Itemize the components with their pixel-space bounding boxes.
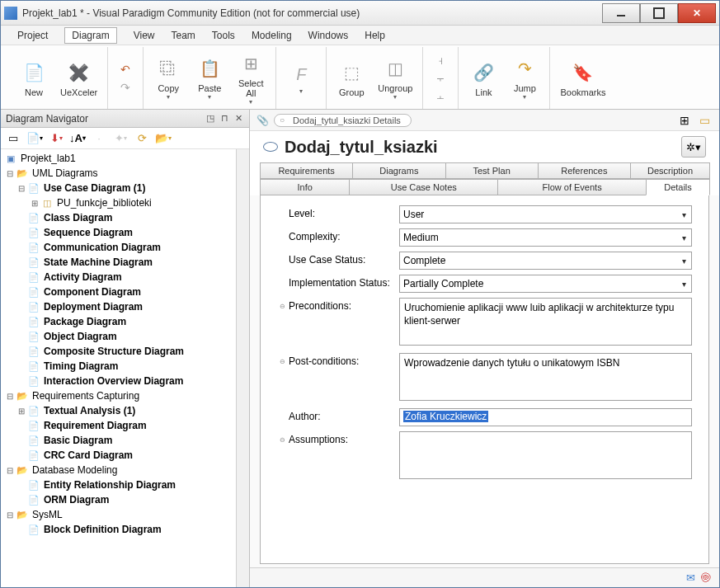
diagram-icon: 📄 — [27, 478, 40, 492]
tree-item[interactable]: 📄Requirement Diagram — [2, 418, 234, 433]
nav-btn-4[interactable]: ↓A▾ — [68, 129, 87, 148]
align-button-3[interactable]: ⫠ — [433, 89, 448, 104]
tree-item[interactable]: 📄Sequence Diagram — [2, 225, 234, 240]
tree-sysml[interactable]: ⊟📂SysML — [2, 507, 234, 522]
tree-item[interactable]: 📄Activity Diagram — [2, 270, 234, 285]
menu-modeling[interactable]: Modeling — [252, 30, 292, 41]
tree-item[interactable]: 📄Deployment Diagram — [2, 299, 234, 314]
menu-project[interactable]: Project — [17, 30, 48, 41]
tree[interactable]: ▣Projekt_lab1 ⊟📂UML Diagrams ⊟📄Use Case … — [1, 149, 236, 587]
ungroup-button[interactable]: ◫ Ungroup▾ — [374, 54, 416, 102]
tree-db[interactable]: ⊟📂Database Modeling — [2, 463, 234, 477]
tree-pu-funkcje[interactable]: ⊞◫PU_funkcje_biblioteki — [2, 195, 234, 210]
tree-item[interactable]: 📄Timing Diagram — [2, 359, 234, 374]
nav-btn-7[interactable]: 📂▾ — [154, 129, 172, 148]
tree-item[interactable]: 📄Package Diagram — [2, 314, 234, 329]
preconditions-input[interactable] — [399, 298, 692, 346]
tab-flowofevents[interactable]: Flow of Events — [497, 179, 647, 195]
nav-btn-2[interactable]: 📄▾ — [26, 129, 44, 148]
tree-item[interactable]: 📄Communication Diagram — [2, 240, 234, 255]
mail-icon[interactable]: ✉ — [686, 572, 695, 584]
menu-help[interactable]: Help — [365, 30, 385, 41]
tree-item[interactable]: 📄Basic Diagram — [2, 433, 234, 448]
folder-icon: 📂 — [16, 508, 29, 521]
folder-icon: 📂 — [16, 167, 29, 180]
tree-item[interactable]: 📄Block Definition Diagram — [2, 522, 234, 537]
nav-btn-3[interactable]: ⬇▾ — [47, 129, 65, 148]
assumptions-input[interactable] — [399, 431, 692, 479]
tree-scrollbar[interactable] — [236, 149, 249, 587]
tree-usecase[interactable]: ⊟📄Use Case Diagram (1) — [2, 181, 234, 195]
minimize-button[interactable] — [602, 3, 640, 23]
menu-windows[interactable]: Windows — [308, 30, 349, 41]
tree-textual[interactable]: ⊞📄Textual Analysis (1) — [2, 403, 234, 418]
tree-item[interactable]: 📄Class Diagram — [2, 210, 234, 225]
link-icon: 🔗 — [470, 59, 496, 86]
tree-item[interactable]: 📄State Machine Diagram — [2, 255, 234, 270]
status-select[interactable]: Complete — [399, 252, 692, 270]
panel-restore-icon[interactable]: ◳ — [205, 113, 216, 125]
breadcrumb[interactable]: Dodaj_tytul_ksiazki Details — [274, 114, 412, 127]
collapse-icon[interactable]: ⊖ — [277, 436, 287, 444]
tree-uml[interactable]: ⊟📂UML Diagrams — [2, 166, 234, 181]
format-button[interactable]: F ▾ — [283, 59, 319, 96]
diagram-icon: 📄 — [27, 523, 40, 536]
group-icon: ⬚ — [338, 59, 365, 86]
level-select[interactable]: User — [399, 205, 692, 223]
nav-btn-5[interactable]: ✦▾ — [111, 129, 129, 148]
align-button-2[interactable]: ⫟ — [433, 71, 448, 86]
bookmarks-button[interactable]: 🔖 Bookmarks — [557, 58, 609, 99]
menu-view[interactable]: View — [134, 30, 155, 41]
menu-diagram[interactable]: Diagram — [64, 27, 116, 44]
group-button[interactable]: ⬚ Group — [333, 58, 369, 99]
tab-diagrams[interactable]: Diagrams — [352, 162, 445, 179]
layout-icon-2[interactable]: ▭ — [696, 113, 713, 128]
level-label: Level: — [289, 208, 315, 219]
nav-btn-6[interactable]: ⟳ — [133, 129, 151, 148]
tree-req-cap[interactable]: ⊟📂Requirements Capturing — [2, 388, 234, 403]
tree-item[interactable]: 📄Entity Relationship Diagram — [2, 477, 234, 492]
new-button[interactable]: 📄 New — [16, 58, 52, 99]
tab-description[interactable]: Description — [630, 162, 710, 179]
redo-button[interactable]: ↷ — [118, 80, 133, 95]
select-all-button[interactable]: ⊞ Select All▾ — [233, 49, 269, 107]
tree-root[interactable]: ▣Projekt_lab1 — [2, 151, 234, 166]
tab-details[interactable]: Details — [646, 179, 710, 195]
tab-references[interactable]: References — [538, 162, 631, 179]
menu-team[interactable]: Team — [172, 30, 195, 41]
tree-item[interactable]: 📄CRC Card Diagram — [2, 448, 234, 463]
panel-pin-icon[interactable]: ⊓ — [219, 113, 230, 125]
maximize-button[interactable] — [640, 3, 678, 23]
link-button[interactable]: 🔗 Link — [465, 58, 501, 99]
collapse-icon[interactable]: ⊖ — [277, 358, 287, 365]
tab-testplan[interactable]: Test Plan — [445, 162, 539, 179]
paste-button[interactable]: 📋 Paste▾ — [191, 54, 228, 102]
diagram-icon: 📄 — [27, 404, 40, 417]
author-input[interactable]: Zofia Kruczkiewicz — [399, 408, 692, 426]
postconditions-input[interactable] — [399, 353, 692, 401]
tree-item[interactable]: 📄Component Diagram — [2, 285, 234, 299]
complexity-select[interactable]: Medium — [399, 228, 692, 247]
gear-button[interactable]: ✲▾ — [681, 136, 706, 158]
tab-requirements[interactable]: Requirements — [260, 162, 353, 179]
tree-item[interactable]: 📄Object Diagram — [2, 329, 234, 344]
alert-icon[interactable]: 🞋 — [700, 572, 711, 584]
jump-button[interactable]: ↷ Jump▾ — [506, 54, 543, 102]
layout-icon-1[interactable]: ⊞ — [676, 113, 693, 128]
undo-button[interactable]: ↶ — [118, 62, 133, 77]
tab-info[interactable]: Info — [260, 179, 350, 195]
tree-item[interactable]: 📄Composite Structure Diagram — [2, 344, 234, 359]
align-button-1[interactable]: ⫞ — [433, 53, 448, 68]
close-button[interactable] — [678, 3, 716, 23]
panel-close-icon[interactable]: ✕ — [233, 113, 244, 125]
tree-item[interactable]: 📄Interaction Overview Diagram — [2, 374, 234, 388]
tab-usecasenotes[interactable]: Use Case Notes — [349, 179, 498, 195]
collapse-icon[interactable]: ⊖ — [277, 303, 287, 310]
uexceler-button[interactable]: ✖️ UeXceler — [57, 58, 101, 99]
impl-select[interactable]: Partially Complete — [399, 275, 692, 293]
diagram-icon: 📄 — [27, 315, 40, 328]
copy-button[interactable]: ⿻ Copy▾ — [150, 54, 186, 102]
nav-btn-1[interactable]: ▭ — [4, 129, 22, 148]
menu-tools[interactable]: Tools — [212, 30, 235, 41]
tree-item[interactable]: 📄ORM Diagram — [2, 492, 234, 507]
